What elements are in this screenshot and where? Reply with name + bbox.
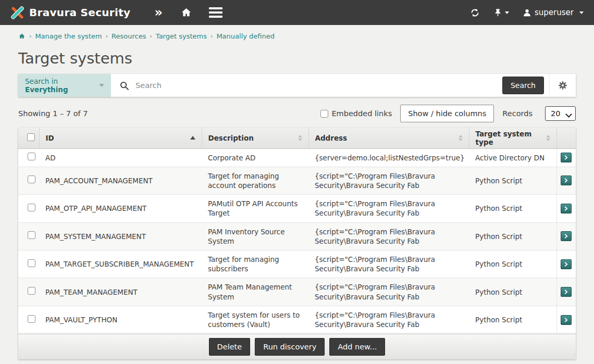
row-checkbox[interactable] xyxy=(28,153,35,160)
column-header-target-system-type[interactable]: Target system type xyxy=(469,128,556,148)
cell-address: {script="C:\Program Files\Bravura Securi… xyxy=(308,278,469,306)
search-field xyxy=(111,74,502,97)
cell-id: PAM_SYSTEM_MANAGEMENT xyxy=(39,222,202,250)
cell-address: {script="C:\Program Files\Bravura Securi… xyxy=(308,222,469,250)
bravura-logo-icon xyxy=(10,6,24,20)
search-input[interactable] xyxy=(135,81,494,90)
table-row: AD Corporate AD {server=demo.local;listN… xyxy=(18,148,576,167)
cell-description: Corporate AD xyxy=(202,148,308,167)
home-icon[interactable] xyxy=(180,7,192,19)
breadcrumb-manage-the-system[interactable]: Manage the system xyxy=(35,32,102,40)
list-controls: Showing 1 – 7 of 7 Embedded links Show /… xyxy=(18,105,576,122)
search-icon xyxy=(119,81,129,91)
scope-caret-icon xyxy=(99,84,104,87)
embedded-links-toggle[interactable]: Embedded links xyxy=(320,109,392,118)
cell-actions xyxy=(556,250,576,278)
row-checkbox[interactable] xyxy=(28,231,35,239)
pin-caret-icon xyxy=(505,11,509,14)
records-select[interactable]: 20 xyxy=(545,106,576,121)
breadcrumb-separator: › xyxy=(29,33,31,40)
column-header-description[interactable]: Description xyxy=(202,128,308,148)
embedded-links-label: Embedded links xyxy=(331,109,392,118)
cell-description: PAMutil OTP API Accounts Target xyxy=(202,195,308,222)
cell-target-system-type: Python Script xyxy=(469,167,556,194)
row-checkbox[interactable] xyxy=(28,315,35,323)
search-settings[interactable] xyxy=(549,74,576,97)
search-scope-label: Search in Everything xyxy=(25,77,99,94)
open-target-system-button[interactable] xyxy=(561,204,572,214)
row-checkbox-cell xyxy=(18,306,39,333)
collapse-menu-icon[interactable]: » xyxy=(154,6,163,19)
showing-count: Showing 1 – 7 of 7 xyxy=(18,109,88,118)
show-hide-columns-button[interactable]: Show / hide columns xyxy=(400,105,494,122)
row-checkbox[interactable] xyxy=(28,204,35,211)
open-target-system-button[interactable] xyxy=(561,315,572,325)
breadcrumb-separator: › xyxy=(211,33,213,40)
breadcrumb-home-icon[interactable] xyxy=(18,33,26,40)
breadcrumb-manually-defined[interactable]: Manually defined xyxy=(216,32,275,40)
open-target-system-button[interactable] xyxy=(561,287,572,297)
column-header-id[interactable]: ID xyxy=(39,128,202,148)
open-target-system-button[interactable] xyxy=(561,153,572,162)
cell-address: {script="C:\Program Files\Bravura Securi… xyxy=(308,167,469,194)
table-row: PAM_SYSTEM_MANAGEMENT PAM Inventory Sour… xyxy=(18,222,576,250)
cell-target-system-type: Python Script xyxy=(469,306,556,333)
row-checkbox-cell xyxy=(18,167,39,194)
column-header-address[interactable]: Address xyxy=(308,128,469,148)
open-target-system-button[interactable] xyxy=(561,175,572,185)
cell-description: Target for managing subscribers xyxy=(202,250,308,278)
row-checkbox[interactable] xyxy=(28,175,35,183)
sort-ascending-icon xyxy=(190,136,195,140)
refresh-icon[interactable] xyxy=(470,8,480,18)
gear-icon xyxy=(558,80,568,91)
cell-description: PAM Team Management System xyxy=(202,278,308,306)
breadcrumb: › Manage the system › Resources › Target… xyxy=(18,25,576,40)
cell-id: PAM_VAULT_PYTHON xyxy=(39,306,202,333)
user-icon xyxy=(523,8,531,17)
add-new-button[interactable]: Add new... xyxy=(329,338,385,356)
select-all-checkbox[interactable] xyxy=(27,133,35,141)
cell-target-system-type: Python Script xyxy=(469,195,556,222)
breadcrumb-separator: › xyxy=(106,33,108,40)
target-systems-table-card: ID Description Address Target system typ… xyxy=(18,128,576,359)
delete-button[interactable]: Delete xyxy=(209,338,251,356)
user-menu[interactable]: superuser xyxy=(523,8,584,17)
row-checkbox[interactable] xyxy=(28,287,35,295)
target-systems-table: ID Description Address Target system typ… xyxy=(18,128,576,334)
cell-address: {script="C:\Program Files\Bravura Securi… xyxy=(308,306,469,333)
cell-target-system-type: Active Directory DN xyxy=(469,148,556,167)
table-header-row: ID Description Address Target system typ… xyxy=(18,128,576,148)
user-caret-icon xyxy=(579,11,584,14)
search-scope-dropdown[interactable]: Search in Everything xyxy=(18,74,111,97)
row-checkbox-cell xyxy=(18,278,39,306)
cell-actions xyxy=(556,167,576,194)
cell-target-system-type: Python Script xyxy=(469,222,556,250)
cell-actions xyxy=(556,148,576,167)
run-discovery-button[interactable]: Run discovery xyxy=(255,338,325,356)
row-checkbox-cell xyxy=(18,195,39,222)
embedded-links-checkbox[interactable] xyxy=(320,110,328,118)
table-row: PAM_TARGET_SUBSCRIBER_MANAGEMENT Target … xyxy=(18,250,576,278)
cell-actions xyxy=(556,195,576,222)
top-navbar: Bravura Security » xyxy=(0,0,594,25)
table-row: PAM_VAULT_PYTHON Target system for users… xyxy=(18,306,576,333)
open-target-system-button[interactable] xyxy=(561,231,572,241)
cell-target-system-type: Python Script xyxy=(469,250,556,278)
table-row: PAM_OTP_API_MANAGEMENT PAMutil OTP API A… xyxy=(18,195,576,222)
pin-menu-icon[interactable] xyxy=(493,8,509,17)
brand-logo[interactable]: Bravura Security xyxy=(10,6,130,20)
select-all-header xyxy=(18,128,39,148)
row-checkbox-cell xyxy=(18,250,39,278)
search-button[interactable]: Search xyxy=(502,77,544,94)
menu-icon[interactable] xyxy=(209,7,222,18)
cell-description: Target for managing account operations xyxy=(202,167,308,194)
records-label: Records xyxy=(502,109,533,118)
breadcrumb-resources[interactable]: Resources xyxy=(112,32,146,40)
cell-target-system-type: Python Script xyxy=(469,278,556,306)
table-row: PAM_TEAM_MANAGEMENT PAM Team Management … xyxy=(18,278,576,306)
row-checkbox[interactable] xyxy=(28,259,35,267)
open-target-system-button[interactable] xyxy=(561,259,572,269)
sort-icon xyxy=(546,135,550,141)
breadcrumb-target-systems[interactable]: Target systems xyxy=(156,32,207,40)
cell-address: {server=demo.local;listNestedGrps=true} xyxy=(308,148,469,167)
